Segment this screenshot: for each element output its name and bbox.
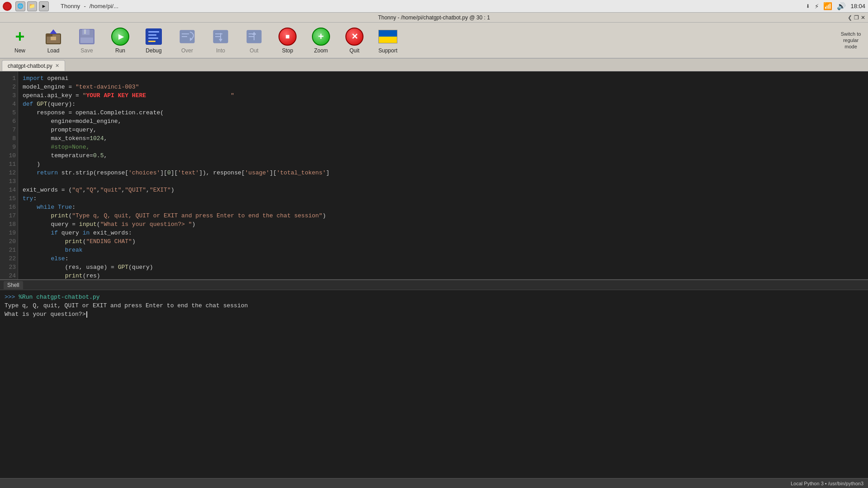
shell-tab[interactable]: Shell [4, 281, 23, 289]
into-button[interactable]: Into [204, 24, 237, 56]
menu-arrow[interactable]: ❮ [848, 14, 852, 21]
line-num: 4 [2, 100, 16, 108]
svg-rect-6 [84, 29, 86, 34]
line-num: 8 [2, 134, 16, 143]
globe-icon[interactable]: 🌐 [15, 1, 25, 11]
code-line-21: break [23, 246, 863, 254]
switch-line2: regular [843, 38, 859, 43]
quit-button[interactable]: Quit [338, 24, 371, 56]
shell-cursor [86, 311, 87, 318]
run-label: Run [115, 47, 125, 54]
status-text: Local Python 3 • /usr/bin/python3 [791, 481, 863, 486]
zoom-icon [311, 27, 330, 46]
debug-label: Debug [146, 47, 161, 54]
shell-output[interactable]: >>> %Run chatgpt-chatbot.py Type q, Q, q… [0, 290, 868, 478]
switch-mode-button[interactable]: Switch to regular mode [837, 31, 864, 50]
code-line-22: else: [23, 254, 863, 263]
clock: 18:04 [850, 3, 865, 9]
save-button[interactable]: Save [71, 24, 103, 56]
line-numbers: 1 2 3 4 5 6 7 8 9 10 11 12 13 14 15 16 1… [0, 71, 18, 279]
stop-icon [278, 27, 297, 46]
code-line-20: print("ENDING CHAT") [23, 237, 863, 246]
code-editor[interactable]: import openai model_engine = "text-davin… [18, 71, 868, 279]
support-icon [378, 27, 397, 46]
svg-rect-7 [80, 38, 93, 43]
over-icon [178, 27, 197, 46]
folder-icon[interactable]: 📁 [27, 1, 37, 11]
into-icon [211, 27, 230, 46]
line-num: 17 [2, 211, 16, 220]
shell-area: Shell >>> %Run chatgpt-chatbot.py Type q… [0, 279, 868, 478]
code-line-18: query = input("What is your question?> "… [23, 220, 863, 229]
raspberry-icon [3, 2, 12, 11]
title-separator: - [84, 3, 85, 9]
switch-line3: mode [844, 44, 857, 49]
bluetooth-icon: ⚡ [815, 2, 819, 11]
switch-line1: Switch to [841, 31, 861, 37]
window-controls[interactable]: ❮ ❐ ✕ [848, 14, 865, 21]
line-num: 20 [2, 237, 16, 246]
line-num: 10 [2, 151, 16, 160]
restore-btn[interactable]: ❐ [854, 14, 859, 21]
line-num: 12 [2, 169, 16, 177]
line-num: 23 [2, 263, 16, 272]
line-num: 15 [2, 194, 16, 203]
run-icon [111, 27, 130, 46]
over-button[interactable]: Over [171, 24, 203, 56]
run-button[interactable]: Run [104, 24, 137, 56]
editor-area: 1 2 3 4 5 6 7 8 9 10 11 12 13 14 15 16 1… [0, 71, 868, 279]
code-line-24: print(res) [23, 272, 863, 279]
line-num: 5 [2, 108, 16, 117]
file-path: /home/pi/... [90, 3, 118, 9]
svg-marker-2 [50, 29, 57, 34]
line-num: 21 [2, 246, 16, 254]
shell-run-cmd: %Run chatgpt-chatbot.py [19, 294, 99, 300]
line-num: 14 [2, 186, 16, 194]
svg-rect-3 [51, 37, 56, 40]
code-line-11: ) [23, 160, 863, 169]
line-num: 19 [2, 229, 16, 237]
stop-button[interactable]: Stop [271, 24, 304, 56]
line-num: 22 [2, 254, 16, 263]
app-title: Thonny [61, 3, 80, 9]
new-label: New [14, 47, 25, 54]
over-label: Over [181, 47, 193, 54]
file-tab[interactable]: chatgpt-chatbot.py ✕ [2, 60, 65, 71]
tab-filename: chatgpt-chatbot.py [8, 63, 52, 69]
support-button[interactable]: Support [372, 24, 404, 56]
code-line-1: import openai [23, 74, 863, 83]
terminal-icon[interactable]: ▶ [39, 1, 49, 11]
code-line-13 [23, 177, 863, 186]
shell-tab-bar: Shell [0, 280, 868, 290]
code-line-4: def GPT(query): [23, 100, 863, 108]
wifi-icon: 📶 [823, 2, 832, 11]
tab-close-button[interactable]: ✕ [55, 63, 59, 69]
into-label: Into [216, 47, 225, 54]
close-btn[interactable]: ✕ [861, 14, 865, 21]
out-button[interactable]: Out [238, 24, 270, 56]
load-button[interactable]: Load [37, 24, 70, 56]
zoom-label: Zoom [314, 47, 328, 54]
titlebar: 🌐 📁 ▶ Thonny - /home/pi/... ⬇ ⚡ 📶 🔊 18:0… [0, 0, 868, 13]
volume-icon: 🔊 [837, 2, 846, 11]
code-line-14: exit_words = ("q","Q","quit","QUIT","EXI… [23, 186, 863, 194]
debug-button[interactable]: Debug [137, 24, 170, 56]
line-num: 11 [2, 160, 16, 169]
line-num: 18 [2, 220, 16, 229]
code-line-12: return str.strip(response['choices'][0][… [23, 169, 863, 177]
quit-icon [345, 27, 364, 46]
shell-output-line1: Type q, Q, quit, QUIT or EXIT and press … [5, 301, 863, 310]
save-label: Save [80, 47, 93, 54]
svg-rect-1 [46, 34, 52, 37]
line-num: 13 [2, 177, 16, 186]
code-line-3: openai.api_key = "YOUR API KEY HERE " [23, 91, 863, 100]
subtitle-text: Thonny - /home/pi/chatgpt-chatbot.py @ 3… [378, 14, 490, 21]
support-label: Support [378, 47, 397, 54]
code-line-8: max_tokens=1024, [23, 134, 863, 143]
save-icon [77, 27, 96, 46]
new-button[interactable]: New [4, 24, 36, 56]
line-num: 6 [2, 117, 16, 126]
code-line-16: while True: [23, 203, 863, 211]
zoom-button[interactable]: Zoom [305, 24, 337, 56]
line-num: 1 [2, 74, 16, 83]
